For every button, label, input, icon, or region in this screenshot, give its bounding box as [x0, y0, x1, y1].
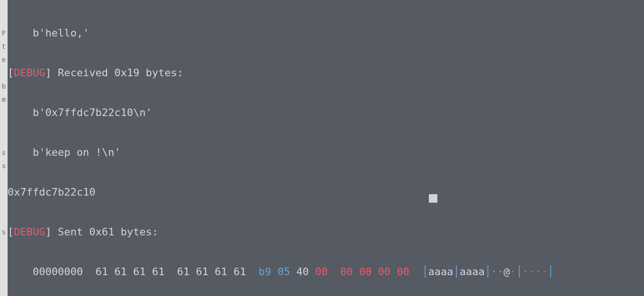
terminal-line: [DEBUG] Sent 0x61 bytes:	[8, 225, 644, 239]
terminal-line: b'keep on !\n'	[8, 146, 644, 159]
terminal-line: b'hello,'	[8, 27, 644, 40]
terminal-output[interactable]: b'hello,' [DEBUG] Received 0x19 bytes: b…	[8, 0, 644, 296]
text-cursor	[429, 194, 437, 203]
terminal-line: b'0x7ffdc7b22c10\n'	[8, 106, 644, 119]
terminal-line: [DEBUG] Received 0x19 bytes:	[8, 66, 644, 80]
terminal-line: 0x7ffdc7b22c10	[8, 186, 644, 199]
hexdump-row: 00000000 61 61 61 61 61 61 61 61 b9 05 4…	[8, 265, 644, 278]
editor-gutter: F t e b m s s s	[0, 0, 8, 296]
